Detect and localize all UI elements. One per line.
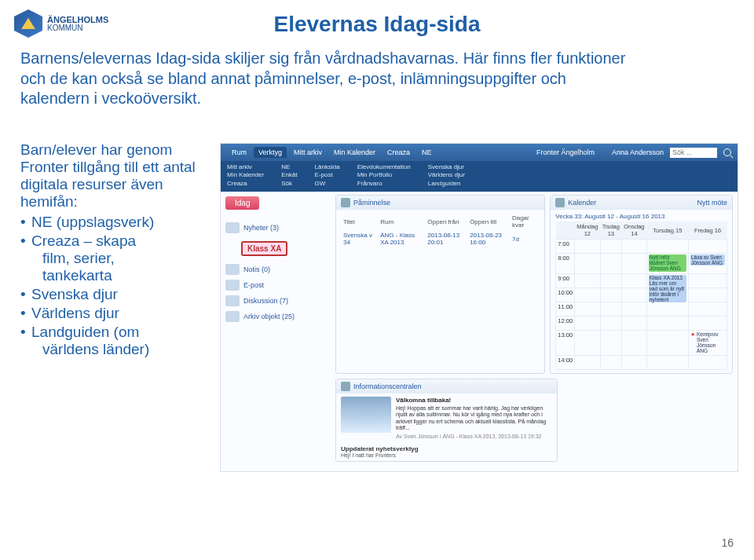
link-enkat[interactable]: Enkät bbox=[281, 171, 297, 179]
page-number: 16 bbox=[721, 536, 734, 549]
link-elevdok[interactable]: Elevdokumentation bbox=[357, 163, 411, 171]
col-dagar-kvar: Dagar kvar bbox=[510, 213, 540, 230]
link-landguiden[interactable]: Landguiden bbox=[428, 180, 465, 188]
new-meeting-link[interactable]: Nytt möte bbox=[697, 199, 727, 207]
link-svenska-djur[interactable]: Svenska djur bbox=[428, 163, 465, 171]
left-column: Barn/elever har genom Fronter tillgång t… bbox=[20, 141, 201, 360]
day-tue: Tisdag 13 bbox=[600, 221, 622, 240]
reminder-icon bbox=[341, 198, 350, 207]
panel-kalender-title: Kalender bbox=[568, 199, 596, 207]
tab-min-kalender[interactable]: Min Kalender bbox=[329, 147, 380, 158]
page-title: Elevernas Idag-sida bbox=[0, 12, 754, 37]
sidebar-notis-label: Notis (0) bbox=[243, 265, 270, 273]
link-creaza[interactable]: Creaza bbox=[227, 180, 264, 188]
cell-rum: ÄNG - Klass XA 2013 bbox=[378, 230, 425, 247]
col-oppen-fran: Öppen från bbox=[425, 213, 467, 230]
archive-icon bbox=[225, 311, 240, 322]
sidebar-arkiv[interactable]: Arkiv objekt (25) bbox=[225, 311, 326, 322]
link-min-kalender[interactable]: Min Kalender bbox=[227, 171, 264, 179]
tab-creaza[interactable]: Creaza bbox=[382, 147, 415, 158]
info-byline: Av Sven Jönsson i ÄNG - Klass XA 2013, 2… bbox=[396, 434, 552, 440]
link-ne[interactable]: NE bbox=[281, 163, 297, 171]
bullet-creaza-l1: Creaza – skapa bbox=[31, 232, 136, 249]
note-icon bbox=[225, 264, 240, 275]
hour-7: 7:00 bbox=[556, 240, 575, 254]
bullet-creaza: Creaza – skapa film, serier, tankekarta bbox=[20, 232, 201, 284]
links-col-4: Elevdokumentation Min Portfolio Frånvaro bbox=[357, 163, 411, 188]
info-heading-2: Uppdaterat nyhetsverktyg bbox=[341, 445, 419, 452]
link-mitt-arkiv[interactable]: Mitt arkiv bbox=[227, 163, 264, 171]
hour-8: 8:00 bbox=[556, 254, 575, 273]
bullet-ne: NE (uppslagsverk) bbox=[20, 214, 201, 231]
link-varldens-djur[interactable]: Världens djur bbox=[428, 171, 465, 179]
main-content: Påminnelse Titel Rum Öppen från Öppen ti… bbox=[331, 192, 738, 471]
info-body-2: Hej! I natt har Fronters bbox=[341, 452, 552, 458]
hour-11: 11:00 bbox=[556, 302, 575, 316]
panel-kalender: Kalender Nytt möte Vecka 33: Augusti 12 … bbox=[550, 195, 733, 374]
bullet-landguiden: Landguiden (om världens länder) bbox=[20, 324, 201, 358]
intro-paragraph: Barnens/elevernas Idag-sida skiljer sig … bbox=[20, 49, 633, 109]
panel-paminnelse-title: Påminnelse bbox=[353, 199, 390, 207]
link-sok[interactable]: Sök bbox=[281, 180, 297, 188]
hour-12: 12:00 bbox=[556, 316, 575, 330]
cell-fran: 2013-08-13 20:01 bbox=[425, 230, 467, 247]
discussion-icon bbox=[225, 295, 240, 306]
info-text: Välkomna tillbaka! Hej! Hoppas att er so… bbox=[396, 397, 552, 441]
panel-paminnelse: Påminnelse Titel Rum Öppen från Öppen ti… bbox=[335, 195, 545, 374]
tab-verktyg[interactable]: Verktyg bbox=[254, 147, 287, 158]
links-col-1: Mitt arkiv Min Kalender Creaza bbox=[227, 163, 264, 188]
panel-info-title: Informationscentralen bbox=[353, 382, 422, 390]
event-nytt-infor[interactable]: Nytt inför läsåret Sven Jönsson ÄNG bbox=[649, 254, 686, 271]
links-col-3: Länksida E-post GW bbox=[315, 163, 340, 188]
link-epost[interactable]: E-post bbox=[315, 171, 340, 179]
info-heading: Välkomna tillbaka! bbox=[396, 397, 552, 404]
day-fri: Fredag 16 bbox=[688, 221, 727, 240]
left-sidebar: Idag Nyheter (3) Klass XA Notis (0) E-po… bbox=[221, 192, 331, 471]
bullet-svenska-djur: Svenska djur bbox=[20, 286, 201, 303]
hour-13: 13:00 bbox=[556, 330, 575, 356]
event-klass-info[interactable]: Klass XA 2013 Läs mer om vad som är nytt… bbox=[649, 275, 686, 303]
sidebar-epost-label: E-post bbox=[243, 281, 264, 289]
day-thu: Torsdag 15 bbox=[646, 221, 688, 240]
user-area: Fronter Ängelholm Anna Andersson bbox=[536, 148, 731, 158]
event-laxa[interactable]: Läxa sv Sven Jönsson ÄNG bbox=[690, 254, 725, 265]
info-image bbox=[341, 397, 391, 433]
link-franvaro[interactable]: Frånvaro bbox=[357, 180, 411, 188]
cell-till: 2013-08-23 16:00 bbox=[467, 230, 510, 247]
col-titel: Titel bbox=[341, 213, 378, 230]
link-portfolio[interactable]: Min Portfolio bbox=[357, 171, 411, 179]
top-nav-bar: Rum Verktyg Mitt arkiv Min Kalender Crea… bbox=[221, 144, 738, 161]
sidebar-diskussion[interactable]: Diskussion (7) bbox=[225, 295, 326, 306]
col-oppen-till: Öppen till bbox=[467, 213, 510, 230]
toolbox-links: Mitt arkiv Min Kalender Creaza NE Enkät … bbox=[221, 161, 738, 192]
day-wed: Onsdag 14 bbox=[622, 221, 647, 240]
sidebar-notis[interactable]: Notis (0) bbox=[225, 264, 326, 275]
user-name[interactable]: Anna Andersson bbox=[612, 148, 664, 156]
search-input[interactable] bbox=[670, 148, 717, 158]
brand-label: Fronter Ängelholm bbox=[536, 148, 595, 156]
bullet-landguiden-l2: världens länder) bbox=[31, 341, 201, 358]
news-icon bbox=[225, 222, 240, 233]
sidebar-diskussion-label: Diskussion (7) bbox=[243, 297, 288, 305]
sidebar-epost[interactable]: E-post bbox=[225, 280, 326, 291]
event-kemiprov[interactable]: Kemiprov Sven Jönsson ÄNG bbox=[690, 331, 725, 354]
reminder-row[interactable]: Svenska v 34 ÄNG - Klass XA 2013 2013-08… bbox=[341, 230, 540, 247]
tab-mitt-arkiv[interactable]: Mitt arkiv bbox=[289, 147, 327, 158]
tab-rum[interactable]: Rum bbox=[227, 147, 251, 158]
bullet-creaza-l2: film, serier, bbox=[31, 250, 201, 267]
mail-icon bbox=[225, 280, 240, 291]
sidebar-nyheter[interactable]: Nyheter (3) bbox=[225, 222, 326, 233]
search-icon[interactable] bbox=[723, 148, 731, 156]
calendar-grid: Måndag 12 Tisdag 13 Onsdag 14 Torsdag 15… bbox=[555, 221, 727, 370]
bullet-varldens-djur: Världens djur bbox=[20, 305, 201, 322]
bullet-landguiden-l1: Landguiden (om bbox=[31, 324, 139, 340]
idag-button[interactable]: Idag bbox=[225, 196, 259, 210]
info-body-text: Hej! Hoppas att er sommar har varit härl… bbox=[396, 405, 546, 430]
class-badge[interactable]: Klass XA bbox=[241, 241, 287, 256]
reminder-table: Titel Rum Öppen från Öppen till Dagar kv… bbox=[341, 213, 540, 247]
tab-ne[interactable]: NE bbox=[417, 147, 437, 158]
link-lanksida[interactable]: Länksida bbox=[315, 163, 340, 171]
screenshot-body: Idag Nyheter (3) Klass XA Notis (0) E-po… bbox=[221, 192, 738, 471]
hour-14: 14:00 bbox=[556, 356, 575, 370]
link-gw[interactable]: GW bbox=[315, 180, 340, 188]
